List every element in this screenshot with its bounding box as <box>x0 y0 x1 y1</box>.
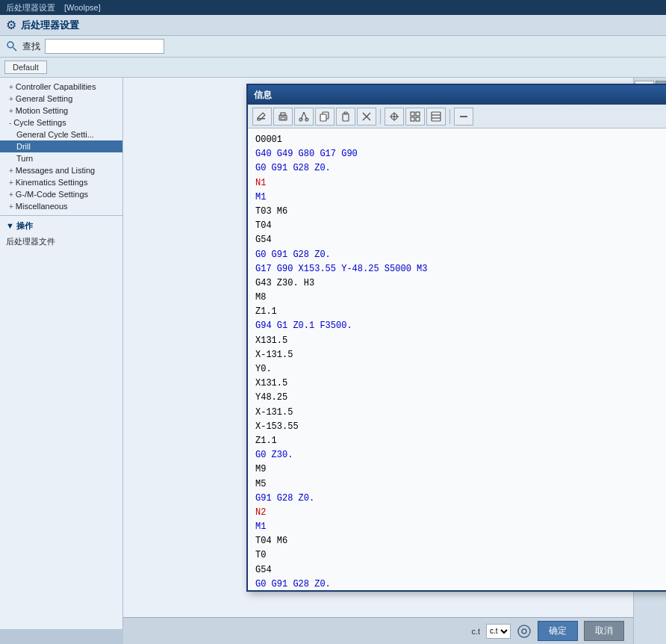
sidebar-bottom: ▼ 操作 后处理器文件 <box>0 215 122 250</box>
dialog-text-area[interactable]: O0001G40 G49 G80 G17 G90G0 G91 G28 Z0.N1… <box>248 129 666 590</box>
search-label: 查找 <box>22 40 40 53</box>
sidebar-item-label: G-/M-Code Settings <box>16 190 88 199</box>
svg-rect-5 <box>281 117 285 120</box>
sidebar-item-label: Messages and Listing <box>16 166 95 175</box>
sidebar-item-kinematics[interactable]: + Kinematics Settings <box>0 176 122 188</box>
sidebar-item-label: General Setting <box>16 94 72 103</box>
svg-point-28 <box>522 629 526 634</box>
expand-icon: - <box>9 119 11 127</box>
content-area: + Controller Capabilities + General Sett… <box>0 78 666 644</box>
sidebar-item-motion[interactable]: + Motion Setting <box>0 105 122 117</box>
svg-rect-4 <box>281 113 285 116</box>
sidebar-item-label: Cycle Settings <box>13 118 66 127</box>
sidebar-item-general-cycle[interactable]: General Cycle Setti... <box>0 129 122 140</box>
info-dialog: 信息 ⚙ ? — □ ✕ <box>246 84 666 592</box>
top-bar-title: [Woolpse] <box>64 3 101 12</box>
dialog-content: O0001G40 G49 G80 G17 G90G0 G91 G28 Z0.N1… <box>248 129 666 590</box>
toolbar-paste-button[interactable] <box>336 108 355 126</box>
top-bar-prefix: 后处理器设置 <box>6 2 55 13</box>
sidebar-item-misc[interactable]: + Miscellaneous <box>0 200 122 212</box>
settings-icon-btn[interactable] <box>517 624 532 639</box>
right-area: 🔒 🔒 🔒 ▼ <box>123 78 666 644</box>
toolbar-edit-button[interactable] <box>252 108 272 126</box>
dialog-title: 信息 <box>254 89 272 102</box>
sidebar-item-label: Miscellaneous <box>16 202 68 211</box>
sidebar-item-label: Drill <box>16 142 31 151</box>
expand-icon: + <box>9 107 13 115</box>
sidebar-item-gm-code[interactable]: + G-/M-Code Settings <box>0 188 122 200</box>
tab-bar: Default <box>0 58 666 78</box>
file-type-dropdown[interactable]: c.t <box>486 624 511 639</box>
toolbar-grid-button[interactable] <box>405 108 425 126</box>
svg-rect-22 <box>416 117 420 121</box>
sidebar-item-label: Motion Setting <box>16 106 68 115</box>
expand-icon: ▼ <box>6 221 16 230</box>
sidebar-item-label: Controller Capabilities <box>16 82 96 91</box>
svg-point-0 <box>7 42 13 48</box>
expand-icon: + <box>9 191 13 199</box>
sidebar-item-controller[interactable]: + Controller Capabilities <box>0 81 122 93</box>
toolbar-separator-2 <box>449 109 450 124</box>
expand-icon: + <box>9 83 13 91</box>
header-bar: ⚙ 后处理器设置 <box>0 15 666 36</box>
cancel-button[interactable]: 取消 <box>584 621 624 641</box>
expand-icon: + <box>9 95 13 103</box>
svg-point-27 <box>518 625 530 637</box>
toolbar-minus-button[interactable] <box>454 108 473 126</box>
sidebar-item-turn[interactable]: Turn <box>0 152 122 164</box>
search-icon <box>6 40 18 52</box>
sidebar-file-label: 后处理器文件 <box>6 235 116 249</box>
bottom-action-bar: c.t c.t 确定 取消 <box>123 617 633 644</box>
toolbar-separator <box>380 109 381 124</box>
sidebar-item-cycle[interactable]: - Cycle Settings <box>0 117 122 129</box>
svg-rect-19 <box>411 112 414 116</box>
confirm-button[interactable]: 确定 <box>538 621 578 641</box>
sidebar-item-messages[interactable]: + Messages and Listing <box>0 164 122 176</box>
sidebar-item-label: Turn <box>16 154 33 163</box>
toolbar-layout-button[interactable] <box>426 108 446 126</box>
sidebar-item-label: General Cycle Setti... <box>16 130 94 139</box>
header-title: 后处理器设置 <box>21 19 79 32</box>
sidebar-section-operations: ▼ 操作 <box>6 220 116 232</box>
dialog-toolbar <box>248 105 666 129</box>
svg-rect-21 <box>411 117 414 121</box>
file-ext-label: c.t <box>471 627 480 636</box>
sidebar: + Controller Capabilities + General Sett… <box>0 78 123 644</box>
toolbar-delete-button[interactable] <box>357 108 376 126</box>
toolbar-copy-button[interactable] <box>315 108 334 126</box>
svg-rect-13 <box>344 112 347 114</box>
svg-rect-23 <box>432 112 441 121</box>
search-bar: 查找 <box>0 36 666 58</box>
svg-rect-11 <box>320 114 326 121</box>
search-input[interactable] <box>45 39 164 54</box>
expand-icon: + <box>9 202 13 211</box>
app-area: ⚙ 后处理器设置 查找 Default + Controller Capabil… <box>0 15 666 644</box>
sidebar-item-general[interactable]: + General Setting <box>0 93 122 105</box>
sidebar-item-label: Kinematics Settings <box>16 178 88 187</box>
dialog-titlebar: 信息 ⚙ ? — □ ✕ <box>248 85 666 105</box>
settings-icon: ⚙ <box>6 18 16 32</box>
svg-rect-20 <box>416 112 420 116</box>
tab-default[interactable]: Default <box>4 61 47 74</box>
tree-section: + Controller Capabilities + General Sett… <box>0 78 122 215</box>
toolbar-crosshair-button[interactable] <box>385 108 404 126</box>
top-bar: 后处理器设置 [Woolpse] <box>0 0 666 15</box>
expand-icon: + <box>9 167 13 175</box>
sidebar-item-drill[interactable]: Drill <box>0 140 122 152</box>
dialog-overlay: 信息 ⚙ ? — □ ✕ <box>246 78 666 644</box>
toolbar-cut-button[interactable] <box>294 108 314 126</box>
svg-line-1 <box>13 48 17 52</box>
expand-icon: + <box>9 179 13 187</box>
operations-label: 操作 <box>16 221 33 230</box>
toolbar-print-button[interactable] <box>273 108 293 126</box>
